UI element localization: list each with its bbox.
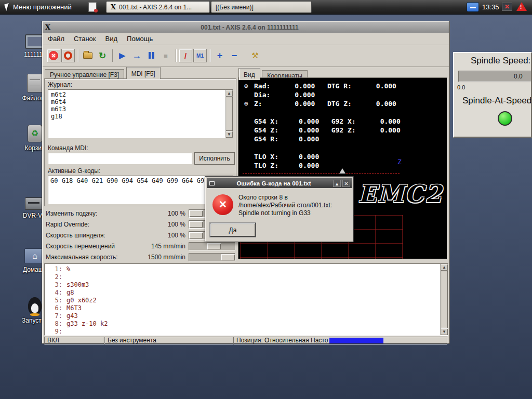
display-settings-tray-icon[interactable] <box>467 2 479 12</box>
gcode-line-number: 6: <box>47 304 62 312</box>
taskbar-window-button-axis[interactable]: X 001.txt - AXIS 2.6.4 on 1... <box>106 1 210 13</box>
slider-handle[interactable] <box>221 254 235 260</box>
slider-value: 1500 mm/min <box>135 254 185 261</box>
journal-label: Журнал: <box>48 81 72 88</box>
gcode-line-number: 2: <box>47 273 62 281</box>
journal-scrollbar[interactable]: ▲ ▼ <box>225 90 233 138</box>
tab-preview[interactable]: Вид <box>238 68 260 80</box>
clock[interactable]: 13:35 <box>482 3 499 11</box>
dro-line: ⊕G54 X: 0.000 G92 X: 0.000 <box>253 117 401 126</box>
dialog-titlebar[interactable]: Ошибка G-кода на 001.txt ▴ ✕ <box>207 178 352 188</box>
slider-handle[interactable] <box>189 232 203 238</box>
slider-trough[interactable] <box>189 253 235 261</box>
scrollbar-thumb[interactable] <box>441 271 448 328</box>
execute-button[interactable]: Исполнить <box>194 152 235 165</box>
active-gcodes-line: G0 G18 G40 G21 G90 G94 G54 G49 G99 G64 G… <box>50 177 231 185</box>
zoom-out-button[interactable]: − <box>228 49 241 62</box>
warning-tray-icon[interactable]: ! <box>516 2 527 11</box>
right-tabs: Вид Координаты <box>238 68 307 78</box>
slider-trough[interactable] <box>189 242 235 250</box>
gcode-line-number: 8: <box>47 320 62 327</box>
shade-button[interactable]: ▴ <box>333 180 341 187</box>
mdi-history-list[interactable]: m6t2m6t4m6t3g18 ▲ ▼ <box>48 89 233 138</box>
menu-machine[interactable]: Станок <box>74 35 96 43</box>
skip-lines-button[interactable]: / <box>179 49 192 62</box>
taskbar: Меню приложений X 001.txt - AXIS 2.6.4 o… <box>0 0 532 15</box>
network-offline-tray-icon[interactable]: ✕ <box>502 3 512 11</box>
gcode-line-text: s300m3 <box>66 281 89 288</box>
yes-button[interactable]: Да <box>210 223 256 237</box>
dro-line: ⊕G54 R: 0.000 <box>253 135 401 144</box>
open-folder-icon <box>83 52 92 59</box>
toolbar: ✕ ↻ ▶ → ■ / M1 + − ⚒ <box>43 45 449 67</box>
gcode-line[interactable]: 9: <box>47 328 438 336</box>
gcode-line[interactable]: 6:M6T3 <box>47 304 438 312</box>
axis-titlebar[interactable]: X 001.txt - AXIS 2.6.4 on 1111111111 <box>43 22 449 33</box>
dro-line: ⊕Dia: 0.000 <box>253 91 401 100</box>
dialog-message-line: Spindle not turning in G33 <box>238 209 332 217</box>
mdi-history-item[interactable]: m6t2 <box>51 91 223 98</box>
close-button[interactable]: ✕ <box>342 180 350 187</box>
mdi-history-item[interactable]: g18 <box>51 113 223 120</box>
applications-menu-button[interactable]: Меню приложений <box>1 1 76 14</box>
taskbar-window-button-untitled[interactable]: [(Без имени)] <box>211 1 312 13</box>
taskbar-window-label: 001.txt - AXIS 2.6.4 on 1... <box>119 4 192 11</box>
mdi-history-item[interactable]: m6t3 <box>51 105 223 113</box>
gcode-line[interactable]: 2: <box>47 273 438 281</box>
optional-pause-button[interactable]: M1 <box>193 49 207 62</box>
tab-mdi[interactable]: MDI [F5] <box>126 67 161 79</box>
gcode-line[interactable]: 1:% <box>47 265 438 273</box>
slider-value: 100 % <box>135 221 185 228</box>
menubar: Файл Станок Вид Помощь <box>43 33 449 45</box>
spindle-panel: Spindle Speed: 0.0 0.0 Spindle-At-Speed: <box>453 52 532 138</box>
estop-button[interactable]: ✕ <box>47 49 60 62</box>
menu-help[interactable]: Помощь <box>127 35 153 43</box>
mdi-history-item[interactable]: m6t4 <box>51 98 223 105</box>
scrollbar-thumb[interactable] <box>225 97 233 131</box>
mdi-command-input[interactable] <box>48 153 192 164</box>
gcode-line[interactable]: 8:g33 z-10 k2 <box>47 320 438 328</box>
dro-line: ⊕Rad: 0.000 DTG R: 0.000 <box>253 82 401 91</box>
open-file-button[interactable] <box>81 49 95 62</box>
stop-button[interactable]: ■ <box>159 49 172 62</box>
status-bar: ВКЛ Без инструмента Позиция: Относительн… <box>44 337 447 344</box>
zoom-out-icon: − <box>232 50 237 61</box>
menu-view[interactable]: Вид <box>105 35 118 43</box>
dro-line: ⊕Z: 0.000 DTG Z: 0.000 <box>253 100 401 109</box>
error-icon: ✕ <box>212 194 233 215</box>
x11-icon: X <box>45 23 50 31</box>
slider-handle[interactable] <box>189 221 203 228</box>
left-tabs: Ручное управление [F3] MDI [F5] <box>45 67 160 78</box>
scroll-down-icon[interactable]: ▼ <box>441 328 448 335</box>
mdi-command-label: Команда MDI: <box>48 144 88 152</box>
toolbar-separator <box>176 49 177 62</box>
scroll-up-icon[interactable]: ▲ <box>441 264 448 271</box>
scroll-up-icon[interactable]: ▲ <box>225 90 233 97</box>
gcode-line[interactable]: 3:s300m3 <box>47 281 438 289</box>
tool-touch-off-button[interactable]: ⚒ <box>248 49 262 62</box>
spindle-speed-scale-value: 0.0 <box>457 84 465 90</box>
zoom-in-button[interactable]: + <box>213 49 227 62</box>
listing-scrollbar[interactable]: ▲ ▼ <box>440 264 448 335</box>
block-delete-icon: / <box>184 51 187 60</box>
run-button[interactable]: ▶ <box>115 49 129 62</box>
slider-handle[interactable] <box>189 210 203 217</box>
pause-button[interactable] <box>144 49 158 62</box>
file-cabinet-icon <box>27 74 43 92</box>
spindle-at-speed-led <box>498 111 512 126</box>
gcode-line[interactable]: 7:g43 <box>47 312 438 320</box>
slider-label: Максимальная скорость: <box>46 254 118 261</box>
menu-file[interactable]: Файл <box>48 35 64 43</box>
machine-power-button[interactable] <box>61 49 75 62</box>
gcode-line[interactable]: 5:g0 x60z2 <box>47 297 438 304</box>
reload-button[interactable]: ↻ <box>96 49 109 62</box>
spindle-at-speed-label: Spindle-At-Speed: <box>462 96 532 106</box>
slider-handle[interactable] <box>207 243 221 249</box>
gcode-listing[interactable]: 1:%2:3:s300m34:g85:g0 x60z26:M6T37:g438:… <box>44 263 448 336</box>
toolbar-separator <box>78 49 79 62</box>
gcode-line[interactable]: 4:g8 <box>47 289 438 297</box>
launcher-doc-icon[interactable] <box>88 2 97 12</box>
step-button[interactable]: → <box>130 49 143 62</box>
scroll-down-icon[interactable]: ▼ <box>225 131 233 138</box>
spindle-speed-bar: 0.0 <box>458 71 532 82</box>
